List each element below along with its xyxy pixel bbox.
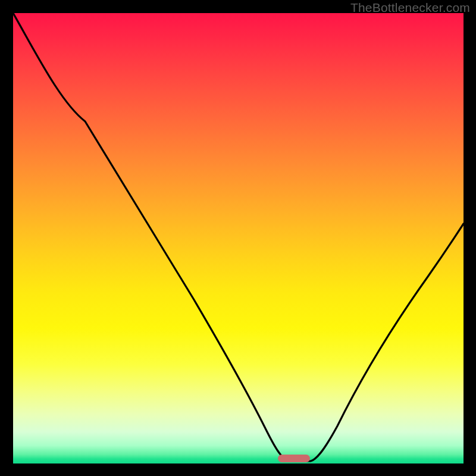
plot-area (13, 13, 464, 464)
watermark-text: TheBottlenecker.com (350, 1, 470, 15)
chart-frame: TheBottlenecker.com (0, 0, 476, 476)
bottleneck-curve (13, 13, 464, 464)
curve-path (13, 13, 464, 461)
optimal-range-marker (278, 455, 310, 462)
